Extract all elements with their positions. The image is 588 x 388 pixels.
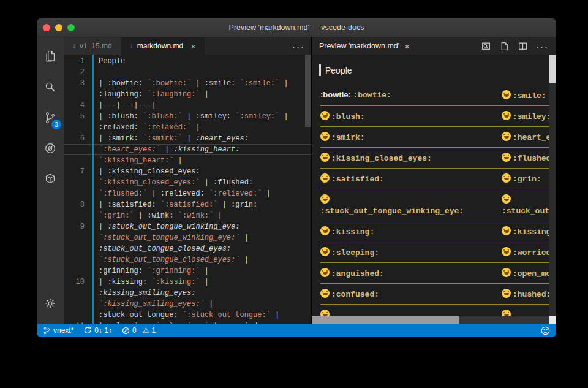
line-content: `:kissing_heart:` |	[92, 155, 183, 166]
editor-line: `:kissing_closed_eyes:` | :flushed:	[64, 177, 311, 188]
editor-vertical-scrollbar[interactable]	[305, 55, 311, 324]
line-number	[64, 287, 92, 299]
line-content: `:heart_eyes:` | :kissing_heart:	[92, 144, 239, 155]
line-content: |---|---|---|	[92, 100, 156, 111]
sidebar-item-debug[interactable]	[37, 133, 64, 164]
scrollbar-thumb[interactable]	[549, 55, 556, 83]
editor-line: `:flushed:` | :relieved: `:relieved:` |	[64, 188, 311, 199]
preview-table-row: :sleeping::worried:	[320, 242, 549, 263]
preview-vertical-scrollbar[interactable]	[549, 55, 556, 316]
line-content: `:flushed:` | :relieved: `:relieved:` |	[92, 188, 271, 199]
split-editor-icon[interactable]	[518, 41, 528, 51]
line-number	[64, 155, 92, 166]
editor-more-actions-icon[interactable]: ···	[292, 37, 305, 55]
preview-table-row: :confused::hushed:	[320, 284, 549, 305]
emoji-face-icon	[502, 289, 511, 298]
emoji-face-icon	[502, 226, 511, 235]
editor-line: 4|---|---|---|	[64, 100, 311, 111]
editor-line: `:kissing_heart:` |	[64, 155, 311, 166]
emoji-face-icon	[502, 111, 511, 120]
feedback-button[interactable]	[541, 326, 550, 335]
scrollbar-thumb[interactable]	[305, 55, 311, 127]
open-source-file-icon[interactable]	[499, 41, 510, 51]
smiley-icon	[541, 326, 550, 335]
line-content: `:kissing_closed_eyes:` | :flushed:	[92, 177, 253, 188]
line-content: `:kissing_smiling_eyes:` |	[92, 299, 213, 310]
preview-table-row: :stuck_out_tongue_winking_eye::stuck_out…	[320, 189, 549, 221]
branch-icon	[43, 327, 51, 335]
line-number: 7	[64, 166, 92, 177]
emoji-face-icon	[320, 289, 330, 298]
editor-line: 9| :stuck_out_tongue_winking_eye:	[64, 221, 311, 232]
line-number	[64, 210, 92, 221]
preview-actions: ···	[481, 41, 549, 51]
close-preview-icon[interactable]: ×	[404, 42, 410, 51]
preview-header[interactable]: Preview 'markdown.md' × ···	[312, 37, 556, 55]
line-number	[64, 243, 92, 254]
line-content: :kissing_smiling_eyes:	[92, 287, 195, 299]
preview-table-cell: :stuck_out_tongue_closed_eyes:	[502, 194, 549, 216]
sidebar-item-search[interactable]	[37, 72, 64, 102]
emoji-face-icon	[502, 310, 511, 316]
minimize-window-button[interactable]	[55, 24, 62, 31]
preview-table-cell: :kissing_closed_eyes:	[320, 153, 502, 163]
warning-icon: ⚠	[143, 326, 149, 335]
zoom-window-button[interactable]	[67, 24, 75, 31]
editor-line: 10| :kissing: `:kissing:` |	[64, 276, 311, 287]
emoji-code-label: :smirk:	[331, 133, 365, 142]
line-number	[64, 232, 92, 243]
title-bar[interactable]: Preview 'markdown.md' — vscode-docs	[37, 18, 556, 37]
line-number	[64, 177, 92, 188]
editor-pane[interactable]: 1People23| :bowtie: `:bowtie:` | :smile:…	[64, 55, 311, 324]
preview-table-row: :kissing_closed_eyes::flushed:	[320, 148, 549, 169]
emoji-face-icon	[320, 153, 330, 162]
emoji-code-label: :kissing_closed_eyes:	[331, 154, 432, 163]
line-number: 8	[64, 199, 92, 210]
scrollbar-thumb[interactable]	[312, 316, 459, 324]
line-content: | :smirk: `:smirk:` | :heart_eyes:	[92, 133, 249, 144]
line-number: 5	[64, 111, 92, 122]
git-branch-indicator[interactable]: vnext*	[43, 326, 74, 335]
problems-indicator[interactable]: 0 ⚠ 1	[122, 326, 156, 335]
preview-table-cell: :anguished:	[320, 268, 502, 278]
tab-markdown-md[interactable]: ↓ markdown.md ×	[121, 37, 205, 55]
preview-horizontal-scrollbar[interactable]	[312, 316, 549, 324]
preview-table-cell: :satisfied:	[320, 173, 502, 184]
line-number: 9	[64, 221, 92, 232]
tab-v1-15-md[interactable]: ↓ v1_15.md	[64, 37, 121, 55]
sidebar-item-extensions[interactable]	[37, 164, 64, 194]
line-content: `:stuck_out_tongue_winking_eye:` |	[92, 232, 249, 243]
preview-table-cell: :stuck_out_tongue_winking_eye:	[320, 194, 502, 216]
emoji-face-icon	[502, 90, 511, 99]
preview-table-cell: :hushed:	[502, 289, 549, 299]
preview-table-cell: :smiley:	[502, 111, 549, 121]
emoji-face-icon	[320, 111, 330, 120]
find-in-preview-icon[interactable]	[481, 41, 491, 51]
emoji-face-icon	[320, 268, 330, 277]
emoji-code-label: :sleeping:	[331, 248, 379, 257]
preview-more-actions-icon[interactable]: ···	[536, 41, 549, 51]
preview-heading: People	[325, 66, 549, 75]
close-tab-icon[interactable]: ×	[190, 42, 196, 51]
line-number	[64, 265, 92, 276]
sidebar-item-source-control[interactable]: 3	[37, 102, 64, 133]
editor-group: ↓ v1_15.md ↓ markdown.md × ··· 1People23…	[64, 37, 311, 324]
line-content: :laughing: `:laughing:` |	[92, 89, 209, 100]
sync-indicator[interactable]: 0↓ 1↑	[83, 326, 112, 335]
settings-gear-button[interactable]	[37, 288, 64, 319]
sidebar-item-explorer[interactable]	[37, 41, 64, 72]
app-body: 3 ↓	[37, 37, 556, 324]
sync-counts: 0↓ 1↑	[94, 326, 112, 335]
emoji-code-label: :grin:	[513, 175, 541, 184]
preview-table-row	[320, 305, 549, 316]
preview-table-cell: :kissing:	[320, 226, 502, 237]
editor-line: :laughing: `:laughing:` |	[64, 89, 311, 100]
emoji-code-label: :heart_eyes:	[513, 133, 549, 142]
preview-title: Preview 'markdown.md'	[319, 42, 399, 50]
emoji-code-label: :open_mouth:	[513, 269, 549, 278]
line-number: 1	[64, 56, 92, 67]
activity-bar: 3	[37, 37, 64, 324]
emoji-face-icon	[320, 132, 330, 141]
extensions-icon	[43, 172, 57, 186]
close-window-button[interactable]	[43, 24, 50, 31]
